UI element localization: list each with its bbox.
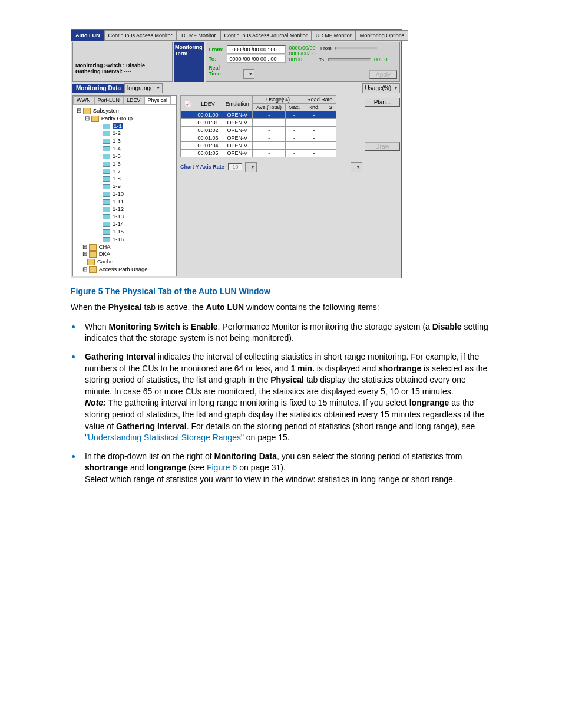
tree-leaf-1-6[interactable]: 1-6 bbox=[77, 160, 173, 168]
tree-leaf-1-10[interactable]: 1-10 bbox=[77, 190, 173, 198]
usage-combo[interactable]: Usage(%)▼ bbox=[362, 83, 400, 93]
monitoring-switch-label: Monitoring Switch : bbox=[75, 62, 125, 68]
chart-icon[interactable]: 📈 bbox=[181, 96, 194, 111]
gathering-interval-value: ---- bbox=[124, 68, 131, 74]
status-panel: Monitoring Switch : Disable Gathering In… bbox=[72, 42, 173, 82]
intro-text: When the Physical tab is active, the Aut… bbox=[71, 302, 494, 313]
realtime-combo[interactable]: ▼ bbox=[243, 69, 255, 79]
tree-leaf-1-15[interactable]: 1-15 bbox=[77, 228, 173, 236]
realtime-radio[interactable]: Real Time bbox=[209, 65, 225, 77]
to-label: To: bbox=[209, 56, 225, 62]
table-row[interactable]: 00:01:04OPEN-V--- bbox=[181, 142, 336, 150]
col-s[interactable]: S bbox=[325, 104, 336, 111]
tree-root[interactable]: ⊟ Subsystem bbox=[77, 107, 173, 115]
tree-access-path-usage[interactable]: ⊞ Access Path Usage bbox=[77, 266, 173, 274]
table-row[interactable]: 00:01:05OPEN-V--- bbox=[181, 150, 336, 157]
tree-leaf-1-11[interactable]: 1-11 bbox=[77, 198, 173, 206]
hint-date-2: 0000/00/00 bbox=[289, 51, 316, 57]
tree-leaf-1-16[interactable]: 1-16 bbox=[77, 236, 173, 243]
tree-tab-portlun[interactable]: Port-LUN bbox=[94, 96, 124, 104]
table-row[interactable]: 00:01:01OPEN-V--- bbox=[181, 119, 336, 127]
table-row[interactable]: 00:01:02OPEN-V--- bbox=[181, 127, 336, 134]
col-ave[interactable]: Ave.(Total) bbox=[253, 104, 285, 111]
tree-tab-ldev[interactable]: LDEV bbox=[123, 96, 144, 104]
tab-ca-monitor[interactable]: Continuous Access Monitor bbox=[104, 30, 177, 41]
col-max[interactable]: Max. bbox=[285, 104, 303, 111]
monitoring-data-combo[interactable]: longrange▼ bbox=[124, 83, 162, 93]
table-row[interactable]: 00:01:03OPEN-V--- bbox=[181, 134, 336, 142]
tree-leaf-1-13[interactable]: 1-13 bbox=[77, 213, 173, 220]
col-rnd[interactable]: Rnd. bbox=[303, 104, 325, 111]
list-item: When Monitoring Switch is Enable, Perfor… bbox=[81, 320, 494, 344]
slider-from-label: From bbox=[320, 45, 332, 51]
tree-leaf-1-9[interactable]: 1-9 bbox=[77, 183, 173, 190]
to-slider[interactable] bbox=[328, 58, 371, 61]
list-item: Gathering Interval indicates the interva… bbox=[81, 350, 494, 444]
tree-leaf-1-3[interactable]: 1-3 bbox=[77, 137, 173, 145]
gathering-interval-label: Gathering Interval: bbox=[75, 68, 123, 74]
tree-cha[interactable]: ⊞ CHA bbox=[77, 243, 173, 251]
chart-y-value: 10 bbox=[228, 163, 242, 170]
link-storage-ranges[interactable]: Understanding Statistical Storage Ranges bbox=[88, 433, 241, 442]
hint-time-1: 00:00 bbox=[289, 57, 303, 62]
from-input[interactable]: 0000 /00 /00 00 : 00 bbox=[227, 45, 286, 54]
monitoring-term-label: Monitoring Term bbox=[174, 42, 204, 82]
table-row[interactable]: 00:01:00OPEN-V--- bbox=[181, 111, 336, 119]
tree-leaf-1-1[interactable]: 1-1 bbox=[77, 123, 173, 130]
tree-pane: WWN Port-LUN LDEV Physical ⊟ Subsystem ⊟… bbox=[72, 95, 177, 276]
tree-leaf-1-2[interactable]: 1-2 bbox=[77, 130, 173, 137]
col-ldev[interactable]: LDEV bbox=[194, 96, 222, 111]
monitoring-data-label: Monitoring Data bbox=[72, 84, 124, 93]
tree-parity-group[interactable]: ⊟ Parity Group bbox=[77, 115, 173, 123]
tab-ca-journal-monitor[interactable]: Continuous Access Journal Monitor bbox=[220, 30, 312, 41]
tree-tab-wwn[interactable]: WWN bbox=[73, 96, 94, 104]
tab-ur-mf-monitor[interactable]: UR MF Monitor bbox=[312, 30, 356, 41]
to-input[interactable]: 0000 /00 /00 00 : 00 bbox=[227, 55, 286, 63]
tree-leaf-1-7[interactable]: 1-7 bbox=[77, 168, 173, 176]
monitoring-switch-value: Disable bbox=[126, 62, 145, 68]
chart-right-combo[interactable]: ▼ bbox=[351, 162, 362, 172]
tree-leaf-1-12[interactable]: 1-12 bbox=[77, 206, 173, 213]
hint-time-2: 00:00 bbox=[374, 57, 388, 62]
tree-cache[interactable]: Cache bbox=[77, 258, 173, 266]
time-panel: From: 0000 /00 /00 00 : 00 To: 0000 /00 … bbox=[206, 42, 400, 82]
col-readrate[interactable]: Read Rate bbox=[303, 96, 336, 104]
draw-button[interactable]: Draw bbox=[365, 142, 400, 151]
list-item: In the drop-down list on the right of Mo… bbox=[81, 450, 494, 486]
col-usage[interactable]: Usage(%) bbox=[253, 96, 303, 104]
plan-button[interactable]: Plan... bbox=[365, 98, 400, 107]
from-slider[interactable] bbox=[335, 47, 378, 50]
chart-y-label: Chart Y Axis Rate bbox=[180, 164, 224, 170]
tree-leaf-1-8[interactable]: 1-8 bbox=[77, 175, 173, 183]
top-tabstrip: Auto LUN Continuous Access Monitor TC MF… bbox=[71, 30, 401, 41]
chart-y-combo[interactable]: ▼ bbox=[245, 162, 257, 172]
ldev-table: 📈 LDEV Emulation Usage(%) Read Rate Ave.… bbox=[180, 95, 336, 157]
tree-leaf-1-14[interactable]: 1-14 bbox=[77, 220, 173, 228]
tree-leaf-1-4[interactable]: 1-4 bbox=[77, 145, 173, 153]
tab-tc-mf-monitor[interactable]: TC MF Monitor bbox=[177, 30, 220, 41]
slider-to-label: To bbox=[319, 57, 324, 62]
tab-monitoring-options[interactable]: Monitoring Options bbox=[356, 30, 409, 41]
tree-tab-physical[interactable]: Physical bbox=[144, 96, 171, 104]
autolun-screenshot: Auto LUN Continuous Access Monitor TC MF… bbox=[71, 29, 402, 278]
tree-leaf-1-5[interactable]: 1-5 bbox=[77, 153, 173, 160]
bullet-list: When Monitoring Switch is Enable, Perfor… bbox=[81, 320, 494, 486]
hint-date-1: 0000/00/00 bbox=[289, 45, 316, 51]
tab-auto-lun[interactable]: Auto LUN bbox=[71, 30, 104, 41]
from-label: From: bbox=[209, 47, 225, 52]
apply-button[interactable]: Apply bbox=[369, 70, 397, 79]
col-emulation[interactable]: Emulation bbox=[222, 96, 253, 111]
figure-caption: Figure 5 The Physical Tab of the Auto LU… bbox=[71, 286, 494, 296]
tree-dka[interactable]: ⊞ DKA bbox=[77, 251, 173, 258]
link-figure-6[interactable]: Figure 6 bbox=[207, 463, 237, 472]
